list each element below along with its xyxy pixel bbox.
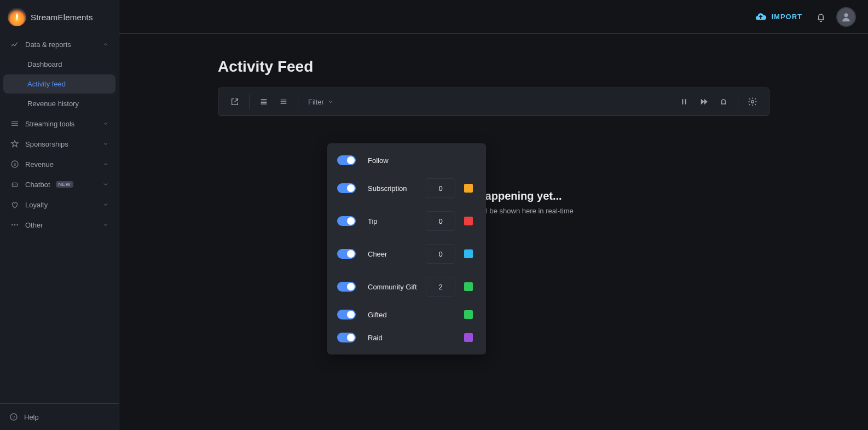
chevron-up-icon bbox=[102, 41, 109, 48]
star-icon bbox=[10, 140, 20, 148]
toggle-raid[interactable] bbox=[337, 333, 356, 342]
filter-label: Community Gift bbox=[368, 283, 420, 291]
gear-icon bbox=[748, 97, 757, 107]
sidebar-section-data-reports[interactable]: Data & reports bbox=[3, 34, 115, 54]
page-title: Activity Feed bbox=[218, 58, 769, 75]
threshold-cheer[interactable] bbox=[426, 244, 455, 264]
item-label: Revenue history bbox=[27, 100, 79, 108]
layers-icon bbox=[10, 119, 20, 128]
list-normal-button[interactable] bbox=[274, 92, 293, 111]
skip-button[interactable] bbox=[694, 92, 714, 111]
filter-row-subscription: Subscription bbox=[327, 172, 486, 205]
color-swatch[interactable] bbox=[464, 249, 473, 258]
skip-icon bbox=[699, 97, 709, 107]
sidebar-section-sponsorships[interactable]: Sponsorships bbox=[3, 134, 115, 154]
section-label: Other bbox=[25, 221, 43, 229]
heart-hand-icon bbox=[10, 200, 20, 209]
filter-button[interactable]: Filter bbox=[303, 95, 339, 109]
sidebar-section-chatbot[interactable]: Chatbot NEW bbox=[3, 175, 115, 194]
filter-row-community-gift: Community Gift bbox=[327, 270, 486, 303]
dollar-icon: $ bbox=[10, 160, 20, 168]
toggle-tip[interactable] bbox=[337, 216, 356, 226]
sidebar-item-dashboard[interactable]: Dashboard bbox=[3, 55, 115, 74]
user-icon bbox=[841, 11, 852, 22]
new-badge: NEW bbox=[56, 181, 74, 188]
svg-text:?: ? bbox=[13, 415, 15, 420]
chevron-down-icon bbox=[102, 201, 109, 208]
chevron-down-icon bbox=[102, 120, 109, 127]
content: Activity Feed Filter bbox=[119, 34, 868, 430]
logo-mark-icon bbox=[8, 8, 26, 26]
mute-button[interactable] bbox=[714, 92, 733, 111]
filter-label: Gifted bbox=[368, 311, 420, 319]
color-swatch[interactable] bbox=[464, 217, 473, 225]
popout-button[interactable] bbox=[225, 92, 245, 111]
sidebar-nav: Data & reports Dashboard Activity feed R… bbox=[0, 34, 119, 403]
sidebar-section-loyalty[interactable]: Loyalty bbox=[3, 195, 115, 214]
cloud-upload-icon bbox=[755, 11, 767, 23]
color-swatch[interactable] bbox=[464, 333, 473, 342]
activity-panel: Filter bbox=[218, 88, 769, 116]
toggle-cheer[interactable] bbox=[337, 249, 356, 259]
pause-icon bbox=[680, 97, 688, 106]
color-swatch[interactable] bbox=[464, 310, 473, 319]
color-swatch[interactable] bbox=[464, 156, 473, 165]
color-swatch[interactable] bbox=[464, 282, 473, 291]
toggle-community-gift[interactable] bbox=[337, 282, 356, 292]
settings-button[interactable] bbox=[743, 92, 762, 111]
help-label: Help bbox=[24, 413, 39, 421]
svg-point-3 bbox=[13, 184, 14, 185]
brand-logo[interactable]: StreamElements bbox=[0, 0, 119, 34]
brand-name: StreamElements bbox=[31, 13, 93, 22]
threshold-tip[interactable] bbox=[426, 211, 455, 231]
chevron-down-icon bbox=[102, 181, 109, 188]
user-avatar[interactable] bbox=[836, 7, 856, 27]
section-label: Revenue bbox=[25, 160, 54, 168]
svg-rect-2 bbox=[12, 183, 17, 187]
import-label: IMPORT bbox=[771, 13, 802, 21]
color-swatch[interactable] bbox=[464, 184, 473, 193]
notifications-button[interactable] bbox=[815, 11, 826, 22]
dots-icon bbox=[10, 220, 20, 229]
list-dense-button[interactable] bbox=[254, 92, 274, 111]
help-icon: ? bbox=[9, 412, 19, 421]
sidebar-section-revenue[interactable]: $ Revenue bbox=[3, 154, 115, 174]
filter-label: Filter bbox=[308, 98, 324, 106]
section-label: Sponsorships bbox=[25, 140, 68, 148]
svg-point-10 bbox=[844, 13, 848, 17]
sidebar-section-other[interactable]: Other bbox=[3, 215, 115, 235]
import-button[interactable]: IMPORT bbox=[751, 10, 806, 24]
filter-label: Subscription bbox=[368, 184, 420, 193]
bell-icon bbox=[815, 11, 826, 22]
threshold-community-gift[interactable] bbox=[426, 277, 455, 297]
separator bbox=[249, 95, 250, 109]
sidebar-item-activity-feed[interactable]: Activity feed bbox=[3, 74, 115, 94]
toggle-subscription[interactable] bbox=[337, 183, 356, 193]
list-dense-icon bbox=[259, 97, 268, 106]
filter-row-follow: Follow bbox=[327, 149, 486, 172]
section-label: Streaming tools bbox=[25, 120, 74, 128]
svg-text:$: $ bbox=[14, 162, 16, 167]
svg-point-4 bbox=[15, 184, 16, 185]
section-label: Loyalty bbox=[25, 201, 48, 209]
pause-button[interactable] bbox=[674, 92, 694, 111]
svg-point-7 bbox=[16, 224, 18, 226]
svg-point-11 bbox=[751, 101, 754, 103]
svg-point-5 bbox=[11, 224, 13, 226]
filter-label: Raid bbox=[368, 334, 420, 342]
bell-off-icon bbox=[719, 97, 728, 106]
filter-row-cheer: Cheer bbox=[327, 237, 486, 270]
panel-toolbar: Filter bbox=[218, 88, 769, 115]
filter-label: Follow bbox=[368, 156, 420, 165]
toggle-gifted[interactable] bbox=[337, 310, 356, 319]
sidebar-section-streaming-tools[interactable]: Streaming tools bbox=[3, 114, 115, 133]
toggle-follow[interactable] bbox=[337, 155, 356, 165]
section-label: Data & reports bbox=[25, 40, 71, 49]
sidebar-help[interactable]: ? Help bbox=[0, 403, 119, 430]
sidebar-item-revenue-history[interactable]: Revenue history bbox=[3, 94, 115, 113]
svg-point-6 bbox=[14, 224, 16, 226]
threshold-subscription[interactable] bbox=[426, 178, 455, 198]
filter-label: Tip bbox=[368, 217, 420, 225]
list-normal-icon bbox=[279, 97, 288, 106]
filter-row-gifted: Gifted bbox=[327, 303, 486, 326]
